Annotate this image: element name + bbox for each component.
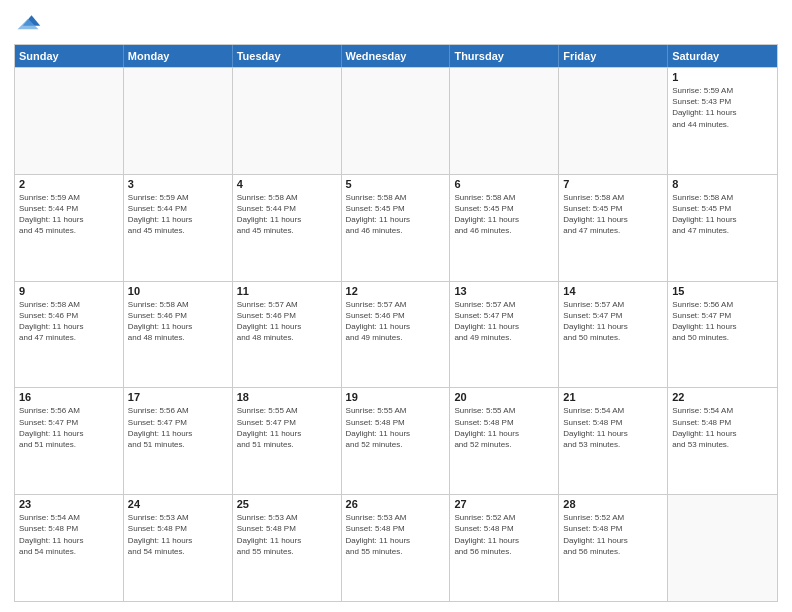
calendar-cell: 4Sunrise: 5:58 AM Sunset: 5:44 PM Daylig… <box>233 175 342 281</box>
day-info: Sunrise: 5:52 AM Sunset: 5:48 PM Dayligh… <box>454 512 554 557</box>
day-number: 2 <box>19 178 119 190</box>
day-number: 13 <box>454 285 554 297</box>
page: SundayMondayTuesdayWednesdayThursdayFrid… <box>0 0 792 612</box>
cal-header-day: Thursday <box>450 45 559 67</box>
day-info: Sunrise: 5:58 AM Sunset: 5:45 PM Dayligh… <box>454 192 554 237</box>
calendar-cell: 13Sunrise: 5:57 AM Sunset: 5:47 PM Dayli… <box>450 282 559 388</box>
calendar-cell: 5Sunrise: 5:58 AM Sunset: 5:45 PM Daylig… <box>342 175 451 281</box>
day-info: Sunrise: 5:57 AM Sunset: 5:47 PM Dayligh… <box>563 299 663 344</box>
day-info: Sunrise: 5:57 AM Sunset: 5:46 PM Dayligh… <box>346 299 446 344</box>
calendar-cell: 20Sunrise: 5:55 AM Sunset: 5:48 PM Dayli… <box>450 388 559 494</box>
calendar-cell: 25Sunrise: 5:53 AM Sunset: 5:48 PM Dayli… <box>233 495 342 601</box>
day-info: Sunrise: 5:58 AM Sunset: 5:45 PM Dayligh… <box>672 192 773 237</box>
day-number: 28 <box>563 498 663 510</box>
calendar-cell <box>15 68 124 174</box>
day-info: Sunrise: 5:59 AM Sunset: 5:44 PM Dayligh… <box>128 192 228 237</box>
calendar-cell: 1Sunrise: 5:59 AM Sunset: 5:43 PM Daylig… <box>668 68 777 174</box>
calendar-cell: 21Sunrise: 5:54 AM Sunset: 5:48 PM Dayli… <box>559 388 668 494</box>
calendar-cell: 27Sunrise: 5:52 AM Sunset: 5:48 PM Dayli… <box>450 495 559 601</box>
calendar-cell <box>342 68 451 174</box>
day-number: 15 <box>672 285 773 297</box>
calendar-cell: 15Sunrise: 5:56 AM Sunset: 5:47 PM Dayli… <box>668 282 777 388</box>
day-number: 26 <box>346 498 446 510</box>
day-info: Sunrise: 5:55 AM Sunset: 5:47 PM Dayligh… <box>237 405 337 450</box>
calendar-row: 1Sunrise: 5:59 AM Sunset: 5:43 PM Daylig… <box>15 67 777 174</box>
calendar-cell: 2Sunrise: 5:59 AM Sunset: 5:44 PM Daylig… <box>15 175 124 281</box>
day-number: 10 <box>128 285 228 297</box>
day-number: 20 <box>454 391 554 403</box>
cal-header-day: Tuesday <box>233 45 342 67</box>
calendar-cell: 16Sunrise: 5:56 AM Sunset: 5:47 PM Dayli… <box>15 388 124 494</box>
day-info: Sunrise: 5:53 AM Sunset: 5:48 PM Dayligh… <box>128 512 228 557</box>
calendar-cell <box>668 495 777 601</box>
day-info: Sunrise: 5:52 AM Sunset: 5:48 PM Dayligh… <box>563 512 663 557</box>
calendar-cell: 23Sunrise: 5:54 AM Sunset: 5:48 PM Dayli… <box>15 495 124 601</box>
day-number: 8 <box>672 178 773 190</box>
day-info: Sunrise: 5:58 AM Sunset: 5:46 PM Dayligh… <box>19 299 119 344</box>
calendar-cell: 11Sunrise: 5:57 AM Sunset: 5:46 PM Dayli… <box>233 282 342 388</box>
cal-header-day: Monday <box>124 45 233 67</box>
logo <box>14 10 46 38</box>
day-number: 18 <box>237 391 337 403</box>
calendar-header: SundayMondayTuesdayWednesdayThursdayFrid… <box>15 45 777 67</box>
day-number: 4 <box>237 178 337 190</box>
day-number: 16 <box>19 391 119 403</box>
day-info: Sunrise: 5:59 AM Sunset: 5:43 PM Dayligh… <box>672 85 773 130</box>
calendar-row: 2Sunrise: 5:59 AM Sunset: 5:44 PM Daylig… <box>15 174 777 281</box>
day-number: 17 <box>128 391 228 403</box>
calendar-cell: 14Sunrise: 5:57 AM Sunset: 5:47 PM Dayli… <box>559 282 668 388</box>
day-number: 19 <box>346 391 446 403</box>
calendar-cell: 12Sunrise: 5:57 AM Sunset: 5:46 PM Dayli… <box>342 282 451 388</box>
day-info: Sunrise: 5:54 AM Sunset: 5:48 PM Dayligh… <box>672 405 773 450</box>
day-number: 25 <box>237 498 337 510</box>
calendar-cell: 26Sunrise: 5:53 AM Sunset: 5:48 PM Dayli… <box>342 495 451 601</box>
day-number: 3 <box>128 178 228 190</box>
day-info: Sunrise: 5:53 AM Sunset: 5:48 PM Dayligh… <box>346 512 446 557</box>
day-info: Sunrise: 5:53 AM Sunset: 5:48 PM Dayligh… <box>237 512 337 557</box>
day-info: Sunrise: 5:55 AM Sunset: 5:48 PM Dayligh… <box>454 405 554 450</box>
day-info: Sunrise: 5:58 AM Sunset: 5:45 PM Dayligh… <box>563 192 663 237</box>
day-number: 9 <box>19 285 119 297</box>
day-number: 24 <box>128 498 228 510</box>
calendar-cell: 19Sunrise: 5:55 AM Sunset: 5:48 PM Dayli… <box>342 388 451 494</box>
calendar-row: 9Sunrise: 5:58 AM Sunset: 5:46 PM Daylig… <box>15 281 777 388</box>
calendar-cell <box>233 68 342 174</box>
calendar-cell: 18Sunrise: 5:55 AM Sunset: 5:47 PM Dayli… <box>233 388 342 494</box>
calendar: SundayMondayTuesdayWednesdayThursdayFrid… <box>14 44 778 602</box>
calendar-cell: 6Sunrise: 5:58 AM Sunset: 5:45 PM Daylig… <box>450 175 559 281</box>
day-number: 7 <box>563 178 663 190</box>
calendar-cell: 24Sunrise: 5:53 AM Sunset: 5:48 PM Dayli… <box>124 495 233 601</box>
cal-header-day: Friday <box>559 45 668 67</box>
day-number: 12 <box>346 285 446 297</box>
header <box>14 10 778 38</box>
day-number: 11 <box>237 285 337 297</box>
calendar-cell: 7Sunrise: 5:58 AM Sunset: 5:45 PM Daylig… <box>559 175 668 281</box>
calendar-cell: 9Sunrise: 5:58 AM Sunset: 5:46 PM Daylig… <box>15 282 124 388</box>
day-info: Sunrise: 5:58 AM Sunset: 5:46 PM Dayligh… <box>128 299 228 344</box>
day-number: 23 <box>19 498 119 510</box>
calendar-cell <box>450 68 559 174</box>
day-info: Sunrise: 5:56 AM Sunset: 5:47 PM Dayligh… <box>672 299 773 344</box>
day-info: Sunrise: 5:56 AM Sunset: 5:47 PM Dayligh… <box>128 405 228 450</box>
day-info: Sunrise: 5:58 AM Sunset: 5:45 PM Dayligh… <box>346 192 446 237</box>
day-info: Sunrise: 5:56 AM Sunset: 5:47 PM Dayligh… <box>19 405 119 450</box>
day-number: 5 <box>346 178 446 190</box>
cal-header-day: Sunday <box>15 45 124 67</box>
logo-icon <box>14 10 42 38</box>
day-number: 21 <box>563 391 663 403</box>
day-number: 14 <box>563 285 663 297</box>
day-info: Sunrise: 5:58 AM Sunset: 5:44 PM Dayligh… <box>237 192 337 237</box>
calendar-row: 23Sunrise: 5:54 AM Sunset: 5:48 PM Dayli… <box>15 494 777 601</box>
calendar-cell: 17Sunrise: 5:56 AM Sunset: 5:47 PM Dayli… <box>124 388 233 494</box>
day-info: Sunrise: 5:54 AM Sunset: 5:48 PM Dayligh… <box>563 405 663 450</box>
calendar-cell: 28Sunrise: 5:52 AM Sunset: 5:48 PM Dayli… <box>559 495 668 601</box>
cal-header-day: Wednesday <box>342 45 451 67</box>
day-number: 1 <box>672 71 773 83</box>
day-info: Sunrise: 5:55 AM Sunset: 5:48 PM Dayligh… <box>346 405 446 450</box>
calendar-row: 16Sunrise: 5:56 AM Sunset: 5:47 PM Dayli… <box>15 387 777 494</box>
day-info: Sunrise: 5:59 AM Sunset: 5:44 PM Dayligh… <box>19 192 119 237</box>
calendar-cell: 22Sunrise: 5:54 AM Sunset: 5:48 PM Dayli… <box>668 388 777 494</box>
day-number: 22 <box>672 391 773 403</box>
day-info: Sunrise: 5:57 AM Sunset: 5:47 PM Dayligh… <box>454 299 554 344</box>
day-info: Sunrise: 5:54 AM Sunset: 5:48 PM Dayligh… <box>19 512 119 557</box>
